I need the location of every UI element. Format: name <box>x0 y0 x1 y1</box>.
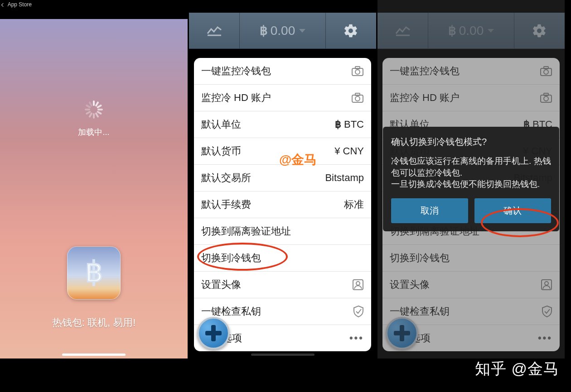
bitcoin-icon: ฿ <box>335 119 341 130</box>
top-bar: ฿ 0.00 <box>189 13 376 49</box>
row-monitor-cold[interactable]: 一键监控冷钱包 <box>194 58 371 85</box>
screen-settings: ฿ 0.00 一键监控冷钱包 监控冷 HD 账户 默认单位 ฿BTC 默 <box>189 0 376 359</box>
tab-settings[interactable] <box>326 13 376 48</box>
screen-loading: App Store 加载中... ฿ 热钱包: 联机, 易用! <box>0 0 188 359</box>
row-label: 默认货币 <box>201 144 241 158</box>
row-label: 默认手续费 <box>201 198 251 211</box>
row-label: 切换到冷钱包 <box>201 251 261 265</box>
row-default-exchange[interactable]: 默认交易所 Bitstamp <box>194 165 371 191</box>
row-value: CNY <box>343 145 364 157</box>
row-default-fee[interactable]: 默认手续费 标准 <box>194 191 371 218</box>
row-label: 一键检查私钥 <box>201 305 261 318</box>
row-value: 标准 <box>344 198 364 211</box>
tab-balance[interactable]: ฿ 0.00 <box>240 13 326 48</box>
svg-point-9 <box>356 282 360 285</box>
row-set-avatar[interactable]: 设置头像 <box>194 272 371 298</box>
home-indicator <box>62 354 126 356</box>
avatar-icon <box>352 279 364 291</box>
row-value: BTC <box>344 119 364 130</box>
row-label: 切换到隔离验证地址 <box>201 225 291 238</box>
more-icon: ••• <box>349 332 364 344</box>
back-to-appstore[interactable]: App Store <box>2 1 32 8</box>
home-indicator <box>251 354 315 356</box>
tab-market[interactable] <box>189 13 240 48</box>
row-label: 默认单位 <box>201 118 241 131</box>
row-switch-cold[interactable]: 切换到冷钱包 <box>194 245 371 272</box>
row-label: 默认交易所 <box>201 171 251 185</box>
dialog-body: 冷钱包应该运行在离线的备用手机上. 热钱包可以监控冷钱包. 一旦切换成冷钱包便不… <box>391 155 551 190</box>
chevron-down-icon <box>299 29 305 33</box>
svg-text:฿: ฿ <box>85 256 103 287</box>
camera-icon <box>351 92 364 103</box>
confirm-button[interactable]: 确认 <box>474 198 552 223</box>
svg-point-3 <box>355 70 360 74</box>
loading-text: 加载中... <box>78 127 109 138</box>
loading-spinner-icon <box>85 100 103 119</box>
row-default-unit[interactable]: 默认单位 ฿BTC <box>194 111 371 138</box>
camera-icon <box>351 66 364 76</box>
dialog-title: 确认切换到冷钱包模式? <box>391 136 551 148</box>
settings-panel: 一键监控冷钱包 监控冷 HD 账户 默认单位 ฿BTC 默认货币 ¥CNY 默认… <box>194 58 371 351</box>
shield-check-icon <box>353 305 364 318</box>
watermark-center: @金马 <box>279 151 317 168</box>
tagline: 热钱包: 联机, 易用! <box>52 316 136 330</box>
currency-symbol: ¥ <box>334 145 340 157</box>
add-button[interactable] <box>197 317 230 349</box>
screen-confirm-dialog: ฿ 0.00 一键监控冷钱包 监控冷 HD 账户 默认单位 ฿BTC 默 <box>377 0 565 359</box>
confirm-dialog: 确认切换到冷钱包模式? 冷钱包应该运行在离线的备用手机上. 热钱包可以监控冷钱包… <box>383 127 559 231</box>
row-switch-segwit[interactable]: 切换到隔离验证地址 <box>194 218 371 245</box>
row-label: 一键监控冷钱包 <box>201 64 271 78</box>
watermark-corner: 知乎 @金马 <box>475 359 559 379</box>
back-label: App Store <box>8 1 32 8</box>
chevron-left-icon <box>1 3 5 7</box>
svg-rect-4 <box>355 67 360 69</box>
app-logo-icon: ฿ <box>67 246 121 300</box>
svg-point-6 <box>355 96 360 101</box>
balance-value: 0.00 <box>271 24 295 38</box>
row-label: 监控冷 HD 账户 <box>201 91 271 105</box>
splash-gradient: 加载中... ฿ 热钱包: 联机, 易用! <box>0 19 188 359</box>
bitcoin-icon: ฿ <box>260 23 268 38</box>
status-bar: App Store <box>0 0 188 9</box>
row-monitor-hd[interactable]: 监控冷 HD 账户 <box>194 85 371 111</box>
cancel-button[interactable]: 取消 <box>391 198 468 223</box>
svg-rect-7 <box>355 93 360 96</box>
row-value: Bitstamp <box>325 172 364 184</box>
row-label: 设置头像 <box>201 278 241 292</box>
